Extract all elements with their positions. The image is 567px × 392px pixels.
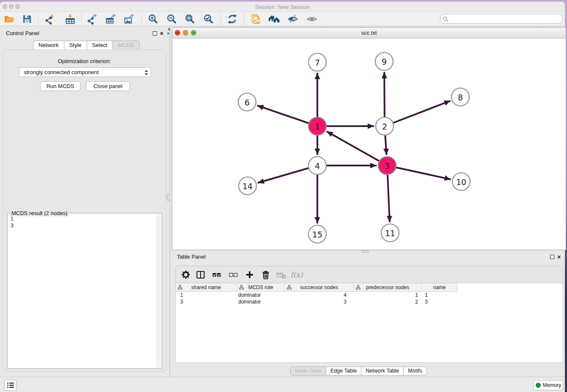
node-2[interactable]: 2 <box>376 117 394 135</box>
save-icon <box>22 14 33 25</box>
table-panel-float-icon[interactable] <box>550 255 554 259</box>
add-column-button[interactable] <box>243 268 256 281</box>
mcds-result-scrollbar[interactable] <box>157 214 161 368</box>
refresh-button[interactable] <box>226 13 239 25</box>
network-canvas[interactable]: 7968124314101511 <box>172 39 566 250</box>
node-3[interactable]: 3 <box>378 157 396 174</box>
zoom-fit-button[interactable] <box>183 13 197 25</box>
node-8[interactable]: 8 <box>451 88 469 106</box>
cell-predecessor-nodes: 2 <box>354 298 422 305</box>
toggle-column-view-button[interactable] <box>194 268 207 281</box>
split-collapse-right-icon[interactable] <box>168 32 170 35</box>
import-network-button[interactable] <box>43 13 57 25</box>
list-icon <box>7 382 14 389</box>
import-network-icon <box>44 14 55 25</box>
table-panel-close-icon[interactable]: × <box>557 254 561 259</box>
tab-select[interactable]: Select <box>87 41 113 50</box>
svg-text:14: 14 <box>242 182 253 191</box>
import-table-button[interactable] <box>63 13 77 25</box>
node-table: shared nameMCDS rolesuccessor nodesprede… <box>175 283 563 363</box>
tab-network-table[interactable]: Network Table <box>361 367 404 375</box>
refresh-icon <box>227 14 238 25</box>
control-panel-float-icon[interactable] <box>153 31 157 36</box>
split-collapse-left-icon[interactable] <box>168 28 170 31</box>
network-window-titlebar: × − + scc.txt <box>172 28 566 39</box>
delete-column-button[interactable] <box>259 268 272 281</box>
delete-table-icon <box>276 270 286 280</box>
tab-edge-table[interactable]: Edge Table <box>326 367 361 375</box>
show-graphics-details-button[interactable] <box>305 13 319 25</box>
zoom-out-button[interactable] <box>165 13 179 25</box>
table-toolbar: f(x) <box>175 266 563 283</box>
delete-table-button[interactable] <box>274 268 288 281</box>
export-image-button[interactable] <box>122 13 136 25</box>
node-9[interactable]: 9 <box>375 52 393 70</box>
toolbar-separator <box>38 13 39 25</box>
criterion-selected-value: strongly connected component <box>24 69 99 75</box>
save-session-button[interactable] <box>20 13 34 25</box>
cell-shared-name: 3 <box>176 298 237 305</box>
zoom-out-icon <box>166 14 177 25</box>
task-history-button[interactable] <box>4 380 17 391</box>
node-15[interactable]: 15 <box>308 225 326 243</box>
tab-network[interactable]: Network <box>33 41 64 50</box>
memory-button[interactable]: Memory <box>534 380 563 390</box>
column-header-MCDS-role[interactable]: MCDS role <box>237 283 285 292</box>
tree-icon <box>239 285 244 290</box>
table-row[interactable]: 1dominator411 <box>176 292 563 298</box>
vertical-split-divider[interactable] <box>170 26 170 377</box>
select-all-columns-button[interactable] <box>210 268 223 281</box>
node-7[interactable]: 7 <box>308 53 326 71</box>
close-panel-button[interactable]: Close panel <box>86 81 130 91</box>
svg-text:2: 2 <box>382 122 387 131</box>
first-neighbors-button[interactable] <box>267 13 281 25</box>
tab-mcds[interactable]: MCDS <box>113 41 140 50</box>
node-4[interactable]: 4 <box>308 157 326 174</box>
column-header-successor-nodes[interactable]: successor nodes <box>285 283 354 292</box>
run-mcds-button[interactable]: Run MCDS <box>40 81 80 91</box>
mcds-result-lines: 13 <box>11 215 14 229</box>
table-header-row: shared nameMCDS rolesuccessor nodesprede… <box>176 283 563 292</box>
edge-3-10[interactable] <box>387 166 451 179</box>
column-header-shared-name[interactable]: shared name <box>176 283 237 292</box>
node-11[interactable]: 11 <box>381 224 399 242</box>
deselect-all-columns-button[interactable] <box>226 268 240 281</box>
table-settings-button[interactable] <box>179 268 193 281</box>
node-1[interactable]: 1 <box>308 117 326 135</box>
hide-graphics-details-button[interactable] <box>286 13 300 25</box>
horizontal-split-handle[interactable] <box>362 250 369 253</box>
column-header-predecessor-nodes[interactable]: predecessor nodes <box>354 283 422 292</box>
zoom-in-button[interactable] <box>146 13 160 25</box>
column-header-name[interactable]: name <box>422 283 457 292</box>
node-10[interactable]: 10 <box>452 173 470 190</box>
vertical-split-handle[interactable] <box>167 194 170 201</box>
eye-icon <box>306 14 317 25</box>
control-panel-title: Control Panel <box>6 30 39 36</box>
table-row[interactable]: 3dominator323 <box>176 298 563 305</box>
result-line: 1 <box>11 215 14 222</box>
cell-shared-name: 1 <box>176 292 237 298</box>
memory-label: Memory <box>543 382 561 388</box>
tab-motifs[interactable]: Motifs <box>403 367 427 375</box>
criterion-select[interactable]: strongly connected component <box>19 67 151 77</box>
node-6[interactable]: 6 <box>238 93 256 111</box>
node-14[interactable]: 14 <box>239 177 256 195</box>
apply-function-button[interactable]: f(x) <box>290 268 303 281</box>
mcds-result-title: MCDS result (2 nodes) <box>10 210 69 216</box>
main-toolbar <box>0 12 565 26</box>
export-table-button[interactable] <box>104 13 118 25</box>
open-file-button[interactable] <box>3 13 16 25</box>
svg-text:10: 10 <box>456 177 466 187</box>
tab-node-table[interactable]: Node Table <box>290 367 326 375</box>
zoom-selected-button[interactable] <box>202 13 215 25</box>
edge-3-1[interactable] <box>327 131 387 166</box>
svg-text:15: 15 <box>312 230 322 239</box>
new-network-from-selection-button[interactable] <box>249 13 263 25</box>
edge-1-6[interactable] <box>257 105 317 126</box>
cell-MCDS-role: dominator <box>237 298 285 305</box>
export-network-button[interactable] <box>85 13 99 25</box>
tab-style[interactable]: Style <box>64 41 87 50</box>
edge-2-8[interactable] <box>385 101 451 126</box>
control-panel-close-icon[interactable]: × <box>160 31 163 36</box>
search-input[interactable] <box>450 15 560 23</box>
